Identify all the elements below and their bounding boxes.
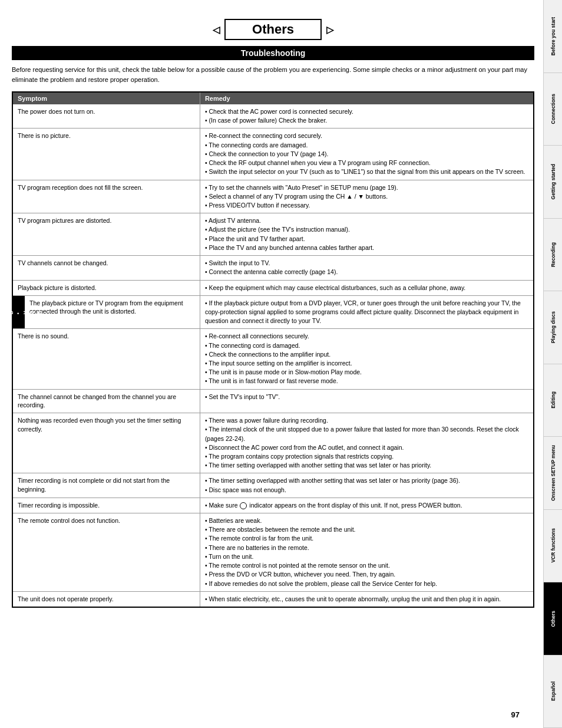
sidebar-tab-label: Getting started	[550, 164, 556, 199]
remedy-cell: • Re-connect the connecting cord securel…	[200, 129, 533, 179]
remedy-header: Remedy	[200, 93, 533, 104]
remedy-cell: • When static electricity, etc., causes …	[200, 592, 533, 607]
remedy-cell: • Adjust TV antenna. • Adjust the pictur…	[200, 213, 533, 255]
sidebar-tab-onscreen-setup: Onscreen SETUP menu	[544, 437, 562, 510]
symptom-cell: DVD•VCR The playback picture or TV progr…	[13, 296, 200, 329]
table-row: The unit does not operate properly. • Wh…	[13, 592, 533, 607]
table-header: Symptom Remedy	[13, 93, 533, 104]
dvd-vcr-marker: DVD•VCR	[13, 296, 25, 329]
symptom-cell: TV program pictures are distorted.	[13, 213, 200, 255]
remedy-cell: • Batteries are weak. • There are obstac…	[200, 513, 533, 591]
arrow-left-icon: ◁	[213, 24, 220, 35]
sidebar-tab-label: VCR functions	[550, 528, 556, 563]
page-container: ◁ Others ▷ Troubleshooting Before reques…	[0, 0, 562, 728]
symptom-cell: The unit does not operate properly.	[13, 592, 200, 607]
symptom-cell: Playback picture is distorted.	[13, 281, 200, 295]
sidebar-tab-before-you-start: Before you start	[544, 0, 562, 73]
symptom-cell: There is no picture.	[13, 129, 200, 179]
remedy-cell: • The timer setting overlapped with anot…	[200, 473, 533, 497]
symptom-cell: The power does not turn on.	[13, 104, 200, 128]
page-title: ◁ Others ▷	[224, 19, 322, 40]
sidebar-tab-label: Connections	[550, 94, 556, 124]
table-row: The remote control does not function. • …	[13, 513, 533, 592]
symptom-header: Symptom	[13, 93, 200, 104]
arrow-right-icon: ▷	[326, 24, 333, 35]
sidebar-tab-recording: Recording	[544, 219, 562, 292]
sidebar-tab-connections: Connections	[544, 73, 562, 146]
sidebar-tab-espanol: Español	[544, 655, 562, 729]
table-row: TV channels cannot be changed. • Switch …	[13, 256, 533, 280]
symptom-cell: Nothing was recorded even though you set…	[13, 413, 200, 473]
sidebar-tab-editing: Editing	[544, 364, 562, 437]
table-row: There is no sound. • Re-connect all conn…	[13, 329, 533, 389]
sidebar-tab-label: Editing	[550, 391, 556, 409]
sidebar-tab-label: Playing discs	[550, 311, 556, 343]
symptom-cell: The channel cannot be changed from the c…	[13, 390, 200, 413]
sidebar-tab-getting-started: Getting started	[544, 146, 562, 219]
circle-indicator-icon	[240, 502, 247, 509]
remedy-cell: • Check that the AC power cord is connec…	[200, 104, 533, 128]
sidebar-tab-playing-discs: Playing discs	[544, 291, 562, 364]
remedy-cell: • Keep the equipment which may cause ele…	[200, 281, 533, 295]
dvd-vcr-label: DVD•VCR	[0, 310, 44, 314]
sidebar-tab-vcr-functions: VCR functions	[544, 510, 562, 583]
sidebar-tab-label: Others	[550, 611, 556, 627]
sidebar-tab-label: Before you start	[550, 17, 556, 55]
page-number: 97	[511, 710, 520, 719]
table-row: Timer recording is not complete or did n…	[13, 473, 533, 498]
remedy-cell: • Try to set the channels with "Auto Pre…	[200, 180, 533, 213]
table-row: TV program reception does not fill the s…	[13, 180, 533, 214]
remedy-cell: • Re-connect all connections securely. •…	[200, 329, 533, 388]
right-sidebar: Before you start Connections Getting sta…	[543, 0, 562, 728]
table-row: Playback picture is distorted. • Keep th…	[13, 281, 533, 296]
sidebar-tab-label: Español	[550, 681, 556, 701]
sidebar-tab-label: Recording	[550, 242, 556, 267]
remedy-cell: • There was a power failure during recor…	[200, 413, 533, 473]
intro-text: Before requesting service for this unit,…	[12, 65, 534, 84]
table-row: Timer recording is impossible. • Make su…	[13, 498, 533, 513]
remedy-cell: • If the playback picture output from a …	[200, 296, 533, 329]
troubleshooting-table: Symptom Remedy The power does not turn o…	[12, 91, 534, 608]
table-row: DVD•VCR The playback picture or TV progr…	[13, 296, 533, 330]
remedy-cell: • Set the TV's input to "TV".	[200, 390, 533, 413]
table-row: There is no picture. • Re-connect the co…	[13, 129, 533, 180]
symptom-cell: TV channels cannot be changed.	[13, 256, 200, 279]
title-wrapper: ◁ Others ▷	[12, 12, 534, 42]
sidebar-tab-label: Onscreen SETUP menu	[550, 445, 556, 501]
subtitle-bar: Troubleshooting	[12, 46, 534, 60]
remedy-cell: • Make sure indicator appears on the fro…	[200, 498, 533, 513]
symptom-cell: Timer recording is impossible.	[13, 498, 200, 513]
table-row: TV program pictures are distorted. • Adj…	[13, 213, 533, 256]
symptom-cell: There is no sound.	[13, 329, 200, 388]
symptom-cell: The remote control does not function.	[13, 513, 200, 591]
main-content: ◁ Others ▷ Troubleshooting Before reques…	[0, 0, 543, 728]
remedy-cell: • Switch the input to TV. • Connect the …	[200, 256, 533, 279]
table-row: The channel cannot be changed from the c…	[13, 390, 533, 413]
symptom-cell: Timer recording is not complete or did n…	[13, 473, 200, 497]
sidebar-tab-others: Others	[544, 582, 562, 655]
table-row: The power does not turn on. • Check that…	[13, 104, 533, 129]
table-row: Nothing was recorded even though you set…	[13, 413, 533, 473]
symptom-cell: TV program reception does not fill the s…	[13, 180, 200, 213]
